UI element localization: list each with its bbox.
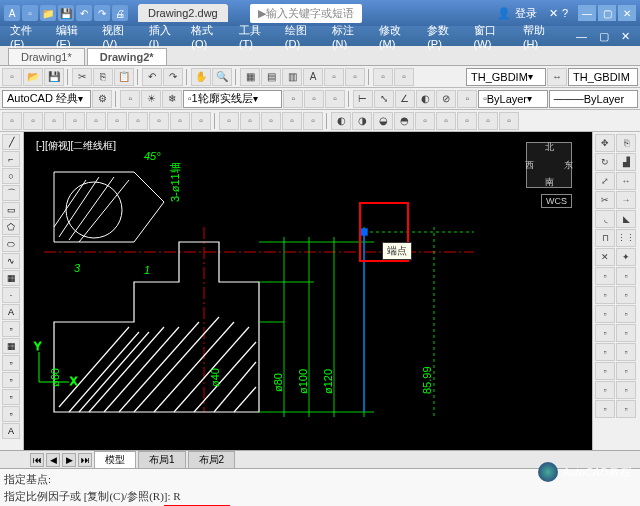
chamfer-tool[interactable]: ◣ [616, 210, 636, 228]
rt-11[interactable]: ▫ [595, 362, 615, 380]
workspace-combo[interactable]: AutoCAD 经典 ▾ [2, 90, 91, 108]
rt-12[interactable]: ▫ [616, 362, 636, 380]
zoom-button[interactable]: 🔍 [212, 68, 232, 86]
menu-params[interactable]: 参数(P) [421, 23, 467, 50]
dim-angular-icon[interactable]: ∠ [395, 90, 415, 108]
t3-19[interactable]: ◓ [394, 112, 414, 130]
drawing-canvas[interactable]: [-][俯视][二维线框] [24, 132, 592, 450]
t3-20[interactable]: ▫ [415, 112, 435, 130]
copy-button[interactable]: ⎘ [93, 68, 113, 86]
minimize-icon[interactable]: — [578, 5, 596, 21]
save-button[interactable]: 💾 [44, 68, 64, 86]
rt-6[interactable]: ▫ [616, 305, 636, 323]
erase-tool[interactable]: ✕ [595, 248, 615, 266]
rt-3[interactable]: ▫ [595, 286, 615, 304]
region-tool[interactable]: ▫ [2, 355, 20, 371]
t3-6[interactable]: ▫ [107, 112, 127, 130]
doc-tab-1[interactable]: Drawing1* [8, 48, 85, 65]
redo-icon[interactable]: ↷ [94, 5, 110, 21]
menu-tools[interactable]: 工具(T) [233, 23, 279, 50]
lt-tool-2[interactable]: ▫ [304, 90, 324, 108]
t3-18[interactable]: ◒ [373, 112, 393, 130]
menu-format[interactable]: 格式(O) [185, 23, 233, 50]
dim-diameter-icon[interactable]: ⊘ [436, 90, 456, 108]
menu-modify[interactable]: 修改(M) [373, 23, 421, 50]
tool-a[interactable]: ▦ [240, 68, 260, 86]
tool-x2[interactable]: ▫ [2, 389, 20, 405]
dim-style-combo-2[interactable]: TH_GBDIM [568, 68, 638, 86]
rt-8[interactable]: ▫ [616, 324, 636, 342]
doc-minimize-icon[interactable]: — [570, 30, 593, 42]
cut-button[interactable]: ✂ [72, 68, 92, 86]
trim-tool[interactable]: ✂ [595, 191, 615, 209]
rt-7[interactable]: ▫ [595, 324, 615, 342]
doc-tab-2[interactable]: Drawing2* [87, 48, 167, 65]
print-icon[interactable]: 🖨 [112, 5, 128, 21]
dim-z[interactable]: ▫ [457, 90, 477, 108]
view-cube[interactable]: 北 南 东 西 [526, 142, 572, 188]
rectangle-tool[interactable]: ▭ [2, 202, 20, 218]
tab-nav-first[interactable]: ⏮ [30, 453, 44, 467]
hatch-tool[interactable]: ▦ [2, 270, 20, 286]
fillet-tool[interactable]: ◟ [595, 210, 615, 228]
block-tool[interactable]: ▫ [2, 321, 20, 337]
polygon-tool[interactable]: ⬠ [2, 219, 20, 235]
login-area[interactable]: 👤 登录 ✕ ? [497, 6, 568, 21]
lt-tool-3[interactable]: ▫ [325, 90, 345, 108]
tool-g[interactable]: ▫ [373, 68, 393, 86]
offset-tool[interactable]: ⊓ [595, 229, 615, 247]
rt-14[interactable]: ▫ [616, 381, 636, 399]
rt-1[interactable]: ▫ [595, 267, 615, 285]
copy-tool[interactable]: ⎘ [616, 134, 636, 152]
new-icon[interactable]: ▫ [22, 5, 38, 21]
t3-15[interactable]: ▫ [303, 112, 323, 130]
ellipse-tool[interactable]: ⬭ [2, 236, 20, 252]
menu-insert[interactable]: 插入(I) [143, 23, 185, 50]
table-tool[interactable]: ▦ [2, 338, 20, 354]
tool-x4[interactable]: A [2, 423, 20, 439]
t3-7[interactable]: ▫ [128, 112, 148, 130]
rt-2[interactable]: ▫ [616, 267, 636, 285]
tool-e[interactable]: ▫ [324, 68, 344, 86]
bylayer-combo-2[interactable]: ——— ByLayer [549, 90, 638, 108]
t3-5[interactable]: ▫ [86, 112, 106, 130]
text-tool[interactable]: A [2, 304, 20, 320]
menu-dimension[interactable]: 标注(N) [326, 23, 373, 50]
exchange-icon[interactable]: ✕ [549, 7, 558, 20]
menu-help[interactable]: 帮助(H) [517, 23, 564, 50]
t3-22[interactable]: ▫ [457, 112, 477, 130]
tool-x1[interactable]: ▫ [2, 372, 20, 388]
layer-tool-1[interactable]: ▫ [120, 90, 140, 108]
t3-14[interactable]: ▫ [282, 112, 302, 130]
t3-13[interactable]: ▫ [261, 112, 281, 130]
t3-11[interactable]: ▫ [219, 112, 239, 130]
t3-2[interactable]: ▫ [23, 112, 43, 130]
dim-linear-icon[interactable]: ⊢ [353, 90, 373, 108]
spline-tool[interactable]: ∿ [2, 253, 20, 269]
menu-window[interactable]: 窗口(W) [468, 23, 517, 50]
tool-b[interactable]: ▤ [261, 68, 281, 86]
maximize-icon[interactable]: ▢ [598, 5, 616, 21]
layer-tool-2[interactable]: ☀ [141, 90, 161, 108]
rt-9[interactable]: ▫ [595, 343, 615, 361]
point-tool[interactable]: · [2, 287, 20, 303]
t3-10[interactable]: ▫ [191, 112, 211, 130]
t3-17[interactable]: ◑ [352, 112, 372, 130]
ws-gear-icon[interactable]: ⚙ [92, 90, 112, 108]
t3-1[interactable]: ▫ [2, 112, 22, 130]
rt-10[interactable]: ▫ [616, 343, 636, 361]
wcs-label[interactable]: WCS [541, 194, 572, 208]
tab-nav-next[interactable]: ▶ [62, 453, 76, 467]
close-icon[interactable]: ✕ [618, 5, 636, 21]
undo-icon[interactable]: ↶ [76, 5, 92, 21]
move-tool[interactable]: ✥ [595, 134, 615, 152]
pan-button[interactable]: ✋ [191, 68, 211, 86]
tool-h[interactable]: ▫ [394, 68, 414, 86]
explode-tool[interactable]: ✦ [616, 248, 636, 266]
doc-close-icon[interactable]: ✕ [615, 30, 636, 43]
stretch-tool[interactable]: ↔ [616, 172, 636, 190]
menu-file[interactable]: 文件(F) [4, 23, 50, 50]
tab-layout2[interactable]: 布局2 [188, 451, 236, 469]
dim-tool[interactable]: ↔ [547, 68, 567, 86]
rt-16[interactable]: ▫ [616, 400, 636, 418]
